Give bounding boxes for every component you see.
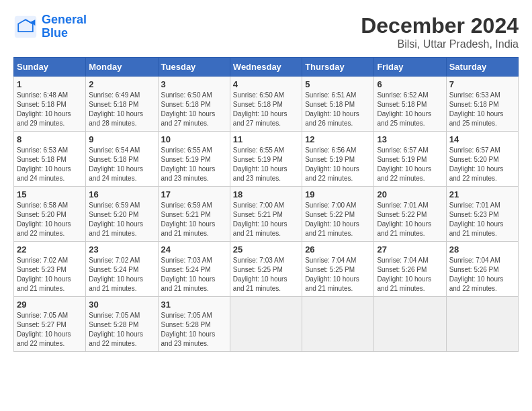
day-number: 28 (449, 244, 515, 255)
weekday-header-row: Sunday Monday Tuesday Wednesday Thursday… (14, 58, 519, 77)
day-number: 17 (161, 189, 227, 199)
day-number: 16 (89, 189, 154, 199)
calendar-cell: 1Sunrise: 6:48 AMSunset: 5:18 PMDaylight… (14, 77, 86, 132)
header-thursday: Thursday (302, 58, 374, 77)
day-number: 8 (17, 134, 83, 144)
calendar-cell (446, 297, 518, 352)
day-info: Sunrise: 6:51 AMSunset: 5:18 PMDaylight:… (305, 91, 371, 128)
day-info: Sunrise: 7:05 AMSunset: 5:28 PMDaylight:… (89, 311, 154, 349)
day-info: Sunrise: 7:04 AMSunset: 5:26 PMDaylight:… (449, 256, 515, 293)
day-info: Sunrise: 7:02 AMSunset: 5:24 PMDaylight:… (89, 256, 154, 293)
day-info: Sunrise: 7:00 AMSunset: 5:22 PMDaylight:… (305, 201, 371, 238)
calendar-cell: 2Sunrise: 6:49 AMSunset: 5:18 PMDaylight… (86, 77, 158, 132)
subtitle: Bilsi, Uttar Pradesh, India (361, 38, 519, 50)
day-info: Sunrise: 7:03 AMSunset: 5:24 PMDaylight:… (161, 256, 227, 293)
calendar-cell: 14Sunrise: 6:57 AMSunset: 5:20 PMDayligh… (446, 132, 518, 187)
day-number: 11 (233, 134, 299, 144)
calendar-cell: 20Sunrise: 7:01 AMSunset: 5:22 PMDayligh… (374, 187, 446, 242)
header-saturday: Saturday (446, 58, 518, 77)
day-number: 30 (89, 300, 154, 310)
day-number: 23 (89, 244, 154, 255)
calendar-cell: 3Sunrise: 6:50 AMSunset: 5:18 PMDaylight… (158, 77, 230, 132)
calendar-week-row: 1Sunrise: 6:48 AMSunset: 5:18 PMDaylight… (14, 77, 519, 132)
header-monday: Monday (86, 58, 158, 77)
day-number: 21 (449, 189, 515, 199)
day-info: Sunrise: 6:57 AMSunset: 5:19 PMDaylight:… (377, 146, 443, 183)
calendar-cell: 6Sunrise: 6:52 AMSunset: 5:18 PMDaylight… (374, 77, 446, 132)
day-info: Sunrise: 6:50 AMSunset: 5:18 PMDaylight:… (161, 91, 227, 128)
calendar-cell: 12Sunrise: 6:56 AMSunset: 5:19 PMDayligh… (302, 132, 374, 187)
calendar-cell: 11Sunrise: 6:55 AMSunset: 5:19 PMDayligh… (230, 132, 302, 187)
calendar-cell: 26Sunrise: 7:04 AMSunset: 5:25 PMDayligh… (302, 242, 374, 297)
day-number: 22 (17, 244, 83, 255)
main-title: December 2024 (361, 13, 519, 38)
header-tuesday: Tuesday (158, 58, 230, 77)
calendar-cell: 31Sunrise: 7:05 AMSunset: 5:28 PMDayligh… (158, 297, 230, 352)
logo-text: General Blue (42, 13, 87, 40)
calendar-week-row: 15Sunrise: 6:58 AMSunset: 5:20 PMDayligh… (14, 187, 519, 242)
calendar-week-row: 29Sunrise: 7:05 AMSunset: 5:27 PMDayligh… (14, 297, 519, 352)
logo-icon (13, 15, 38, 39)
day-info: Sunrise: 7:04 AMSunset: 5:25 PMDaylight:… (305, 256, 371, 293)
day-number: 6 (377, 79, 443, 89)
day-info: Sunrise: 6:55 AMSunset: 5:19 PMDaylight:… (161, 146, 227, 183)
day-info: Sunrise: 6:59 AMSunset: 5:21 PMDaylight:… (161, 201, 227, 238)
calendar-cell (230, 297, 302, 352)
day-number: 13 (377, 134, 443, 144)
header-friday: Friday (374, 58, 446, 77)
day-number: 15 (17, 189, 83, 199)
calendar-cell: 9Sunrise: 6:54 AMSunset: 5:18 PMDaylight… (86, 132, 158, 187)
calendar-table: Sunday Monday Tuesday Wednesday Thursday… (13, 57, 519, 352)
day-info: Sunrise: 6:53 AMSunset: 5:18 PMDaylight:… (449, 91, 515, 128)
day-info: Sunrise: 6:58 AMSunset: 5:20 PMDaylight:… (17, 201, 83, 238)
calendar-cell: 5Sunrise: 6:51 AMSunset: 5:18 PMDaylight… (302, 77, 374, 132)
day-number: 25 (233, 244, 299, 255)
day-info: Sunrise: 7:01 AMSunset: 5:22 PMDaylight:… (377, 201, 443, 238)
day-info: Sunrise: 6:55 AMSunset: 5:19 PMDaylight:… (233, 146, 299, 183)
day-info: Sunrise: 7:04 AMSunset: 5:26 PMDaylight:… (377, 256, 443, 293)
day-info: Sunrise: 7:03 AMSunset: 5:25 PMDaylight:… (233, 256, 299, 293)
title-area: December 2024 Bilsi, Uttar Pradesh, Indi… (361, 13, 519, 50)
day-number: 26 (305, 244, 371, 255)
calendar-cell: 25Sunrise: 7:03 AMSunset: 5:25 PMDayligh… (230, 242, 302, 297)
day-number: 20 (377, 189, 443, 199)
day-number: 2 (89, 79, 154, 89)
calendar-cell: 13Sunrise: 6:57 AMSunset: 5:19 PMDayligh… (374, 132, 446, 187)
day-info: Sunrise: 7:05 AMSunset: 5:27 PMDaylight:… (17, 311, 83, 349)
calendar-cell (374, 297, 446, 352)
calendar-cell: 21Sunrise: 7:01 AMSunset: 5:23 PMDayligh… (446, 187, 518, 242)
logo: General Blue (13, 13, 87, 40)
day-number: 14 (449, 134, 515, 144)
day-number: 9 (89, 134, 154, 144)
calendar-week-row: 22Sunrise: 7:02 AMSunset: 5:23 PMDayligh… (14, 242, 519, 297)
day-number: 4 (233, 79, 299, 89)
day-number: 31 (161, 300, 227, 310)
day-number: 12 (305, 134, 371, 144)
calendar-cell: 16Sunrise: 6:59 AMSunset: 5:20 PMDayligh… (86, 187, 158, 242)
day-info: Sunrise: 7:02 AMSunset: 5:23 PMDaylight:… (17, 256, 83, 293)
calendar-cell: 15Sunrise: 6:58 AMSunset: 5:20 PMDayligh… (14, 187, 86, 242)
calendar-cell: 10Sunrise: 6:55 AMSunset: 5:19 PMDayligh… (158, 132, 230, 187)
day-info: Sunrise: 6:52 AMSunset: 5:18 PMDaylight:… (377, 91, 443, 128)
day-info: Sunrise: 6:50 AMSunset: 5:18 PMDaylight:… (233, 91, 299, 128)
calendar-cell: 29Sunrise: 7:05 AMSunset: 5:27 PMDayligh… (14, 297, 86, 352)
day-number: 29 (17, 300, 83, 310)
day-info: Sunrise: 6:57 AMSunset: 5:20 PMDaylight:… (449, 146, 515, 183)
day-number: 10 (161, 134, 227, 144)
calendar-cell: 19Sunrise: 7:00 AMSunset: 5:22 PMDayligh… (302, 187, 374, 242)
day-info: Sunrise: 7:05 AMSunset: 5:28 PMDaylight:… (161, 311, 227, 349)
day-number: 27 (377, 244, 443, 255)
day-number: 7 (449, 79, 515, 89)
calendar-cell: 17Sunrise: 6:59 AMSunset: 5:21 PMDayligh… (158, 187, 230, 242)
day-info: Sunrise: 6:48 AMSunset: 5:18 PMDaylight:… (17, 91, 83, 128)
header-sunday: Sunday (14, 58, 86, 77)
calendar-cell: 28Sunrise: 7:04 AMSunset: 5:26 PMDayligh… (446, 242, 518, 297)
day-number: 24 (161, 244, 227, 255)
calendar-cell: 27Sunrise: 7:04 AMSunset: 5:26 PMDayligh… (374, 242, 446, 297)
calendar-cell: 8Sunrise: 6:53 AMSunset: 5:18 PMDaylight… (14, 132, 86, 187)
calendar-cell: 4Sunrise: 6:50 AMSunset: 5:18 PMDaylight… (230, 77, 302, 132)
day-info: Sunrise: 6:49 AMSunset: 5:18 PMDaylight:… (89, 91, 154, 128)
calendar-cell: 23Sunrise: 7:02 AMSunset: 5:24 PMDayligh… (86, 242, 158, 297)
calendar-cell: 22Sunrise: 7:02 AMSunset: 5:23 PMDayligh… (14, 242, 86, 297)
calendar-cell: 7Sunrise: 6:53 AMSunset: 5:18 PMDaylight… (446, 77, 518, 132)
